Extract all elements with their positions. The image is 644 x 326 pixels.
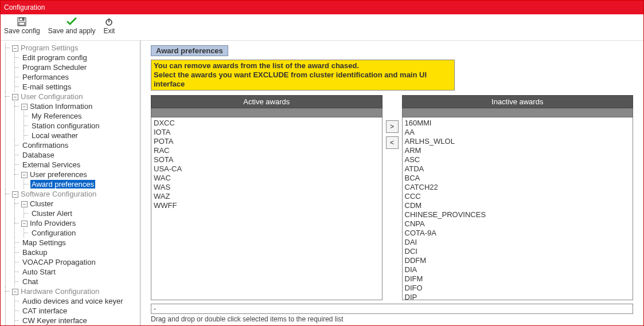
tree-voacap[interactable]: VOACAP Propagation [21,258,97,266]
expander-icon[interactable]: − [12,191,18,198]
sidebar: −Program Settings Edit program config Pr… [1,41,140,325]
hint-text: Drag and drop or double click selected i… [151,314,633,323]
list-item[interactable]: ATDA [405,164,631,174]
save-config-label: Save config [4,27,40,35]
list-item[interactable]: WAZ [154,192,380,201]
tree-user-config[interactable]: User Configuration [19,92,84,101]
info-line1: You can remove awards from the list of t… [154,61,452,70]
list-item[interactable]: AA [405,128,631,137]
tree-map-settings[interactable]: Map Settings [21,238,67,247]
active-awards-list[interactable]: DXCCIOTAPOTARACSOTAUSA-CAWACWASWAZWWFF [151,117,383,300]
page-title: Award preferences [151,45,228,56]
list-item[interactable]: DIFO [405,284,631,293]
list-item[interactable]: 160MMI [405,119,631,128]
expander-icon[interactable]: − [21,104,28,110]
list-item[interactable]: WAS [154,183,380,192]
tree-station-cfg[interactable]: Station configuration [30,121,101,130]
tree-backup[interactable]: Backup [21,248,48,257]
tree-station-info[interactable]: Station Information [29,102,93,111]
tree-performances[interactable]: Performances [21,73,70,81]
tree-ip-config[interactable]: Configuration [30,229,77,237]
content-pane: Award preferences You can remove awards … [140,41,643,325]
save-apply-button[interactable]: Save and apply [48,15,96,35]
list-item[interactable]: CCC [405,192,631,201]
exit-button[interactable]: Exit [103,15,115,35]
status-bar: - [151,304,633,314]
active-header: Active awards [151,95,383,108]
list-item[interactable]: CNPA [405,219,631,229]
tree-audio-voice[interactable]: Audio devices and voice keyer [21,297,124,305]
list-item[interactable]: CATCH22 [405,183,631,192]
list-item[interactable]: ARLHS_WLOL [405,137,631,146]
svg-rect-2 [22,18,24,20]
list-item[interactable]: POTA [154,137,380,146]
tree-program-settings[interactable]: Program Settings [19,44,79,52]
list-item[interactable]: DIA [405,265,631,274]
list-item[interactable]: DIFM [405,274,631,284]
list-item[interactable]: COTA-9A [405,229,631,238]
active-awards-column: Active awards DXCCIOTAPOTARACSOTAUSA-CAW… [151,95,383,300]
tree-info-providers[interactable]: Info Providers [29,219,77,227]
list-item[interactable]: DIP [405,293,631,300]
tree-confirmations[interactable]: Confirmations [21,141,69,150]
tree-cluster-alert[interactable]: Cluster Alert [30,209,73,218]
svg-rect-3 [19,22,25,25]
tree-hardware-config[interactable]: Hardware Configuration [19,287,100,296]
expander-icon[interactable]: − [12,45,18,52]
list-item[interactable]: DCI [405,247,631,256]
tree-software-config[interactable]: Software Configuration [19,190,97,198]
move-right-button[interactable]: > [386,120,399,133]
list-item[interactable]: DAI [405,238,631,247]
list-item[interactable]: DDFM [405,256,631,265]
nav-tree[interactable]: −Program Settings Edit program config Pr… [2,43,140,325]
tree-scheduler[interactable]: Program Scheduler [21,63,88,72]
list-item[interactable]: ASC [405,155,631,164]
tree-cw-keyer[interactable]: CW Keyer interface [21,316,88,325]
list-item[interactable]: ARM [405,146,631,155]
save-apply-label: Save and apply [48,27,96,35]
list-item[interactable]: WAC [154,174,380,183]
list-item[interactable]: RAC [154,146,380,155]
expander-icon[interactable]: − [21,221,28,227]
tree-auto-start[interactable]: Auto Start [21,268,57,276]
tree-my-refs[interactable]: My References [30,112,83,120]
tree-award-prefs[interactable]: Award preferences [30,180,95,188]
list-item[interactable]: WWFF [154,201,380,210]
check-icon [67,17,77,27]
list-item[interactable]: SOTA [154,155,380,164]
tree-cluster[interactable]: Cluster [29,199,54,208]
list-item[interactable]: DXCC [154,119,380,128]
tree-local-weather[interactable]: Local weather [30,131,79,140]
expander-icon[interactable]: − [21,201,28,207]
exit-label: Exit [103,27,115,35]
active-filter[interactable] [151,108,383,117]
list-item[interactable]: USA-CA [154,164,380,174]
move-left-button[interactable]: < [386,136,399,149]
save-config-button[interactable]: Save config [4,15,40,35]
tree-chat[interactable]: Chat [21,277,39,286]
main-area: −Program Settings Edit program config Pr… [1,41,643,325]
expander-icon[interactable]: − [21,172,28,178]
tree-cat[interactable]: CAT interface [21,307,68,315]
list-item[interactable]: CDM [405,201,631,210]
info-line2: Select the awards you want EXCLUDE from … [154,70,452,89]
list-item[interactable]: IOTA [154,128,380,137]
tree-database[interactable]: Database [21,151,56,159]
tree-ext-services[interactable]: External Services [21,160,81,169]
inactive-awards-column: Inactive awards 160MMIAAARLHS_WLOLARMASC… [402,95,634,300]
inactive-header: Inactive awards [402,95,634,108]
tree-email[interactable]: E-mail settings [21,83,72,91]
save-icon [17,17,26,27]
expander-icon[interactable]: − [12,94,18,100]
expander-icon[interactable]: − [12,289,18,295]
tree-edit-config[interactable]: Edit program config [21,53,88,62]
window-title: Configuration [4,3,45,11]
lists-container: Active awards DXCCIOTAPOTARACSOTAUSA-CAW… [151,95,633,300]
list-item[interactable]: CHINESE_PROVINCES [405,210,631,219]
tree-user-prefs[interactable]: User preferences [29,170,88,179]
move-buttons: > < [386,95,399,300]
inactive-awards-list[interactable]: 160MMIAAARLHS_WLOLARMASCATDABCACATCH22CC… [402,117,634,300]
title-bar: Configuration [1,1,643,14]
list-item[interactable]: BCA [405,174,631,183]
inactive-filter[interactable] [402,108,634,117]
